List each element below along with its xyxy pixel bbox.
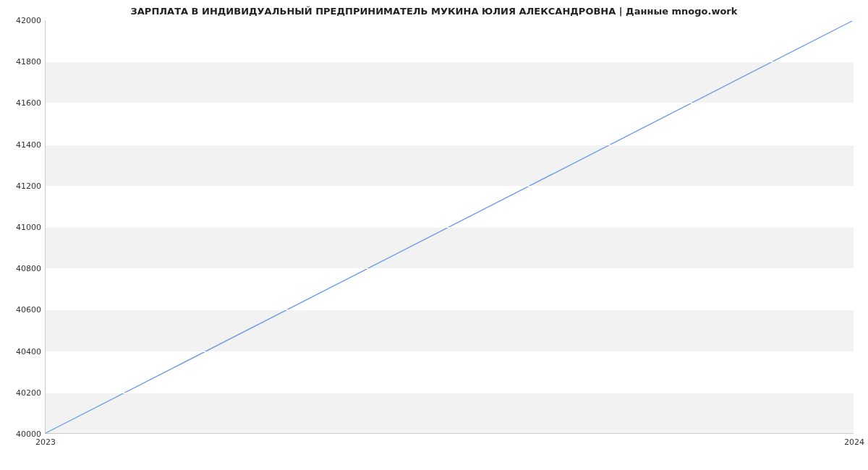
y-tick-label: 41000 <box>16 223 46 232</box>
gridline <box>46 434 854 435</box>
gridline <box>46 309 854 310</box>
gridline <box>46 268 854 269</box>
y-tick-label: 41800 <box>16 57 46 67</box>
chart-title: ЗАРПЛАТА В ИНДИВИДУАЛЬНЫЙ ПРЕДПРИНИМАТЕЛ… <box>0 6 868 17</box>
y-tick-label: 40200 <box>16 388 46 397</box>
gridline <box>46 393 854 393</box>
gridline <box>46 103 854 103</box>
gridline <box>46 145 854 145</box>
y-tick-label: 40400 <box>16 346 46 356</box>
x-tick-label: 2023 <box>35 433 56 447</box>
y-tick-label: 41200 <box>16 181 46 190</box>
y-tick-label: 40600 <box>16 305 46 315</box>
gridline <box>46 20 854 21</box>
y-tick-label: 41600 <box>16 98 46 108</box>
gridline <box>46 61 854 62</box>
gridline <box>46 186 854 187</box>
x-tick-label: 2024 <box>844 433 864 447</box>
chart-figure: ЗАРПЛАТА В ИНДИВИДУАЛЬНЫЙ ПРЕДПРИНИМАТЕЛ… <box>0 0 868 470</box>
y-tick-label: 42000 <box>16 16 46 25</box>
y-tick-label: 41400 <box>16 140 46 149</box>
y-tick-label: 40800 <box>16 264 46 273</box>
gridline <box>46 351 854 352</box>
plot-area: 4000040200404004060040800410004120041400… <box>45 20 854 434</box>
gridline <box>46 227 854 228</box>
